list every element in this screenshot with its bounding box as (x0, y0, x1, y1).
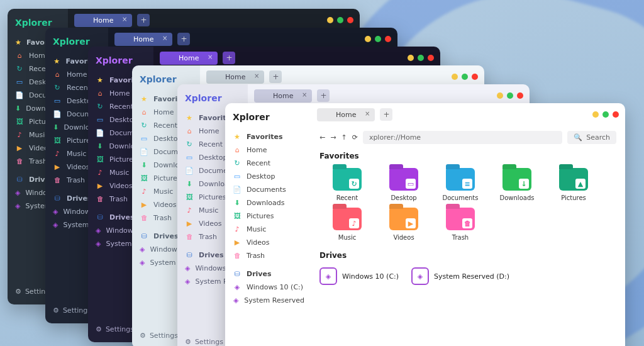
tile-label: Downloads (500, 194, 535, 201)
folder-icon: ↻ (333, 168, 362, 191)
drive-icon: ◈ (411, 267, 429, 285)
tile-label: Music (338, 234, 356, 241)
desktop-icon: ▭ (233, 172, 242, 181)
favorites-grid: ↻Recent ▭Desktop ≡Documents ↓Downloads ▲… (319, 168, 616, 241)
nav-reload-button[interactable]: ⟳ (352, 133, 358, 142)
sidebar-home[interactable]: ⌂Home (231, 144, 306, 156)
nav-up-button[interactable]: ↑ (341, 133, 347, 142)
trash-icon: 🗑 (233, 252, 242, 260)
recent-icon: ↻ (233, 159, 242, 167)
drives-row: ◈Windows 10 (C:) ◈System Reserved (D:) (319, 267, 616, 285)
search-label: Search (586, 133, 610, 142)
tab-label: Home (336, 111, 356, 119)
sidebar-music[interactable]: ♪Music (231, 223, 306, 235)
drive-icon: ◈ (233, 283, 242, 291)
nav-back-button[interactable]: ← (319, 133, 325, 142)
tile-label: Pictures (561, 194, 586, 201)
maximize-button[interactable] (337, 17, 343, 23)
tile-label: Desktop (391, 194, 416, 201)
tile-recent[interactable]: ↻Recent (319, 168, 375, 201)
app-brand: Xplorer (231, 109, 306, 130)
folder-icon: ≡ (446, 168, 475, 191)
drives-heading: Drives (319, 251, 616, 260)
tab-home[interactable]: Home× (317, 108, 375, 121)
sidebar-drive-c[interactable]: ◈Windows 10 (C:) (231, 281, 306, 293)
folder-icon: ↓ (502, 168, 531, 191)
titlebar: Home× + (311, 103, 625, 126)
sidebar-documents[interactable]: 📄Documents (231, 184, 306, 196)
close-button[interactable] (613, 111, 619, 118)
maximize-button[interactable] (602, 111, 609, 118)
tile-label: Trash (452, 234, 469, 241)
sidebar-item-label: Drives (247, 270, 272, 278)
tab-close-icon[interactable]: × (365, 110, 370, 117)
videos-icon: ▶ (233, 238, 242, 247)
drive-d[interactable]: ◈System Reserved (D:) (411, 267, 509, 285)
search-icon: 🔍 (574, 133, 582, 142)
nav-row: ← → ↑ ⟳ xplorer://Home 🔍 Search (319, 131, 616, 144)
sidebar-favorites[interactable]: ★Favorites (231, 131, 306, 143)
sidebar-pictures[interactable]: 🖼Pictures (231, 210, 306, 222)
sidebar-item-label: Music (247, 225, 266, 233)
documents-icon: 📄 (233, 186, 242, 194)
sidebar-item-label: Recent (247, 159, 270, 167)
tile-music[interactable]: ♪Music (319, 208, 375, 241)
search-box[interactable]: 🔍 Search (567, 131, 616, 144)
sidebar-drives[interactable]: ⛁Drives (231, 268, 306, 280)
tile-trash[interactable]: 🗑Trash (433, 208, 488, 241)
folder-icon: ♪ (333, 208, 362, 230)
folder-icon: ▭ (389, 168, 418, 191)
sidebar-recent[interactable]: ↻Recent (231, 157, 306, 169)
tile-downloads[interactable]: ↓Downloads (489, 168, 545, 201)
tile-label: Recent (336, 194, 358, 201)
sidebar-downloads[interactable]: ⬇Downloads (231, 197, 306, 209)
sidebar-item-label: Downloads (247, 199, 284, 207)
sidebar-drive-d[interactable]: ◈System Reserved (231, 294, 306, 306)
tile-pictures[interactable]: ▲Pictures (546, 168, 601, 201)
tile-videos[interactable]: ▶Videos (376, 208, 431, 241)
drive-label: Windows 10 (C:) (342, 272, 399, 281)
downloads-icon: ⬇ (233, 199, 242, 207)
window-controls (592, 111, 619, 118)
new-tab-button[interactable]: + (137, 14, 150, 26)
tile-label: Videos (393, 234, 414, 241)
nav-forward-button[interactable]: → (330, 133, 336, 142)
minimize-button[interactable] (327, 17, 333, 23)
address-bar[interactable]: xplorer://Home (363, 131, 562, 144)
sidebar-item-label: Home (247, 146, 267, 154)
sidebar-item-label: System Reserved (244, 296, 304, 304)
drive-icon: ◈ (319, 267, 337, 285)
pictures-icon: 🖼 (233, 212, 242, 220)
sidebar-item-label: Favorites (247, 133, 282, 141)
drive-c[interactable]: ◈Windows 10 (C:) (319, 267, 399, 285)
new-tab-button[interactable]: + (380, 108, 392, 121)
window-controls (327, 17, 353, 23)
content-area: ← → ↑ ⟳ xplorer://Home 🔍 Search Favorite… (311, 126, 625, 346)
sidebar-item-label: Trash (247, 252, 265, 260)
folder-icon: 🗑 (446, 208, 475, 230)
tab-home[interactable]: Home× (74, 14, 132, 27)
sidebar-item-label: Pictures (247, 212, 274, 220)
sidebar-videos[interactable]: ▶Videos (231, 237, 306, 248)
sidebar-item-label: Videos (247, 238, 270, 247)
sidebar-trash[interactable]: 🗑Trash (231, 250, 306, 262)
tab-close-icon[interactable]: × (122, 16, 127, 23)
sidebar-item-label: Documents (247, 186, 286, 194)
tile-documents[interactable]: ≡Documents (433, 168, 488, 201)
minimize-button[interactable] (592, 111, 599, 118)
sidebar-item-label: Desktop (247, 172, 275, 181)
gear-icon: ⚙ (15, 287, 21, 296)
drive-label: System Reserved (D:) (434, 272, 509, 281)
drive-icon: ◈ (233, 296, 239, 304)
folder-icon: ▶ (389, 208, 418, 230)
folder-icon: ▲ (559, 168, 588, 191)
home-icon: ⌂ (233, 146, 242, 154)
music-icon: ♪ (233, 225, 242, 233)
sidebar-desktop[interactable]: ▭Desktop (231, 170, 306, 182)
sidebar: Xplorer ★Favorites ⌂Home ↻Recent ▭Deskto… (225, 103, 311, 346)
window-foreground: Xplorer ★Favorites ⌂Home ↻Recent ▭Deskto… (225, 103, 625, 346)
tile-desktop[interactable]: ▭Desktop (376, 168, 431, 201)
close-button[interactable] (347, 17, 353, 23)
tile-label: Documents (442, 194, 478, 201)
favorites-heading: Favorites (319, 152, 616, 160)
